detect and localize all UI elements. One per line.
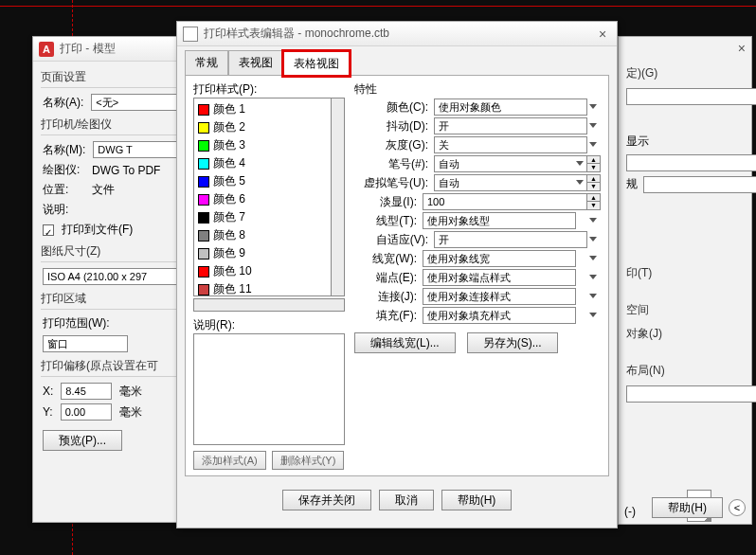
- style-row[interactable]: 颜色 1: [194, 100, 331, 118]
- lineweight-label: 线宽(W):: [354, 251, 417, 267]
- list-scrollbar[interactable]: [331, 98, 344, 295]
- description-box[interactable]: [193, 333, 345, 445]
- plot-styles-list[interactable]: 颜色 1颜色 2颜色 3颜色 4颜色 5颜色 6颜色 7颜色 8颜色 9颜色 1…: [193, 98, 345, 296]
- plotter-label: 绘图仪:: [43, 162, 84, 178]
- style-row[interactable]: 颜色 9: [194, 244, 331, 262]
- mm-unit-2: 毫米: [119, 404, 142, 421]
- edit-lineweight-button[interactable]: 编辑线宽(L)...: [354, 332, 456, 353]
- space-label: 空间: [619, 298, 751, 322]
- group-define: 定)(G): [619, 62, 751, 85]
- layout-select[interactable]: [626, 385, 756, 403]
- close-icon[interactable]: ×: [594, 27, 611, 41]
- display-select[interactable]: [626, 153, 756, 171]
- color-swatch-icon: [198, 266, 209, 278]
- pen-spin-buttons[interactable]: ▲▼: [587, 155, 601, 172]
- scale-suffix: (-): [624, 505, 636, 518]
- save-as-button[interactable]: 另存为(S)...: [467, 332, 558, 353]
- color-swatch-icon: [198, 104, 209, 116]
- style-row[interactable]: 颜色 10: [194, 262, 331, 280]
- style-row[interactable]: 颜色 5: [194, 172, 331, 190]
- autocad-icon: A: [39, 42, 54, 57]
- display-label: 显示: [626, 134, 649, 150]
- add-style-button[interactable]: 添加样式(A): [193, 451, 266, 470]
- style-row[interactable]: 颜色 7: [194, 208, 331, 226]
- linetype-label: 线型(T):: [354, 213, 417, 229]
- style-name: 颜色 1: [213, 101, 245, 117]
- tab-form-view[interactable]: 表格视图: [283, 51, 350, 76]
- plot-style-editor: 打印样式表编辑器 - monochrome.ctb × 常规 表视图 表格视图 …: [176, 21, 618, 528]
- style-name: 颜色 4: [213, 155, 245, 171]
- expand-more-icon[interactable]: <: [729, 499, 746, 516]
- style-name: 颜色 2: [213, 119, 245, 135]
- color-swatch-icon: [198, 158, 209, 170]
- delete-style-button[interactable]: 删除样式(Y): [272, 451, 345, 470]
- style-name: 颜色 9: [213, 245, 245, 261]
- fill-select[interactable]: [423, 307, 601, 324]
- style-row[interactable]: 颜色 4: [194, 154, 331, 172]
- ctb-titlebar[interactable]: 打印样式表编辑器 - monochrome.ctb ×: [177, 22, 617, 46]
- plot-styles-label: 打印样式(P):: [193, 81, 345, 98]
- screen-spin-buttons[interactable]: ▲▼: [587, 193, 601, 210]
- fill-label: 填充(F):: [354, 308, 417, 324]
- pen-spinner[interactable]: [434, 155, 587, 172]
- style-name: 颜色 5: [213, 173, 245, 189]
- desc-label: 说明:: [43, 202, 84, 218]
- preview-button[interactable]: 预览(P)...: [43, 430, 122, 451]
- options-side-panel: × 定)(G) 显示 规 印(T) 空间 对象(J) 布局(N) A (-) 帮…: [618, 36, 752, 525]
- close-icon[interactable]: ×: [738, 41, 746, 56]
- style-row[interactable]: 颜色 8: [194, 226, 331, 244]
- style-name: 颜色 3: [213, 137, 245, 153]
- adaptive-select[interactable]: [434, 231, 601, 248]
- plot-to-file-label: 打印到文件(F): [62, 222, 133, 238]
- where-value: 文件: [92, 182, 115, 198]
- linetype-select[interactable]: [423, 212, 601, 229]
- plot-what-label: 打印范围(W):: [43, 315, 110, 331]
- name-a-label: 名称(A):: [43, 95, 83, 111]
- gray-select[interactable]: [434, 136, 601, 153]
- style-row[interactable]: 颜色 11: [194, 280, 331, 296]
- help-button-side[interactable]: 帮助(H): [652, 497, 723, 518]
- dither-select[interactable]: [434, 117, 601, 134]
- cancel-button[interactable]: 取消: [379, 490, 434, 510]
- style-row[interactable]: 颜色 6: [194, 190, 331, 208]
- tab-general[interactable]: 常规: [185, 50, 228, 75]
- guide-horizontal: [0, 6, 756, 7]
- style-row[interactable]: 颜色 2: [194, 118, 331, 136]
- list-hscrollbar[interactable]: [193, 298, 345, 312]
- color-swatch-icon: [198, 284, 209, 295]
- join-select[interactable]: [423, 288, 601, 305]
- x-label: X:: [43, 385, 53, 398]
- plot-to-file-checkbox[interactable]: [43, 224, 54, 236]
- color-swatch-icon: [198, 248, 209, 260]
- print-label: 印(T): [619, 261, 751, 285]
- endcap-select[interactable]: [423, 269, 601, 286]
- style-row[interactable]: 颜色 3: [194, 136, 331, 154]
- layout-label: 布局(N): [619, 359, 751, 383]
- save-close-button[interactable]: 保存并关闭: [282, 490, 371, 510]
- properties-header: 特性: [354, 81, 601, 98]
- tab-table-view[interactable]: 表视图: [228, 50, 283, 75]
- style-name: 颜色 6: [213, 191, 245, 207]
- endcap-label: 端点(E):: [354, 270, 417, 286]
- vpen-spinner[interactable]: [434, 174, 587, 191]
- style-name: 颜色 10: [213, 263, 252, 279]
- screen-input[interactable]: [423, 193, 587, 210]
- color-swatch-icon: [198, 176, 209, 188]
- color-label: 颜色(C):: [354, 99, 428, 116]
- objects-label: 对象(J): [619, 322, 751, 346]
- plot-what-select[interactable]: 窗口: [43, 335, 128, 352]
- offset-x-input[interactable]: [61, 383, 112, 400]
- color-swatch-icon: [198, 194, 209, 206]
- lineweight-select[interactable]: [423, 250, 601, 267]
- help-button[interactable]: 帮助(H): [441, 490, 513, 510]
- pen-label: 笔号(#):: [354, 156, 428, 172]
- scale-select[interactable]: [643, 175, 756, 193]
- color-swatch-icon: [198, 140, 209, 152]
- color-select[interactable]: [434, 98, 601, 116]
- vpen-spin-buttons[interactable]: ▲▼: [587, 174, 601, 191]
- define-select[interactable]: [626, 87, 756, 105]
- plot-title: 打印 - 模型: [60, 41, 116, 57]
- mm-unit-1: 毫米: [119, 384, 142, 400]
- table-editor-icon: [183, 27, 198, 42]
- offset-y-input[interactable]: [61, 403, 112, 421]
